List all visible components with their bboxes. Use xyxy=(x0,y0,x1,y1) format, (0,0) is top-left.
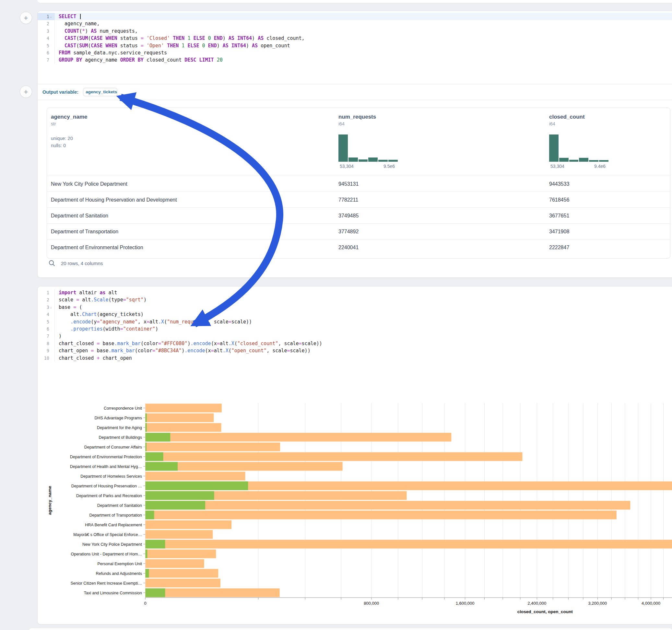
line-number: 6 xyxy=(47,325,49,333)
bar-closed_count xyxy=(146,588,280,597)
column-dtype: i64 xyxy=(338,121,533,126)
cell-closed-count: 2222847 xyxy=(549,240,569,256)
y-tick-label: Department of Parks and Recreation xyxy=(76,493,142,498)
y-tick-label: Department of Sanitation xyxy=(97,503,142,508)
bar-closed_count xyxy=(146,433,452,442)
table-row: New York City Police Department945313194… xyxy=(47,176,670,192)
histogram-bar xyxy=(378,160,388,162)
svg-text:0: 0 xyxy=(144,601,146,606)
code-line: 7) xyxy=(38,333,672,340)
bar-closed_count xyxy=(146,472,245,481)
hist-min-label: 53,304 xyxy=(340,164,354,169)
code-text: scale = alt.Scale(type="sqrt") xyxy=(55,296,146,303)
closed-count-histogram xyxy=(549,135,608,162)
code-text: ) xyxy=(55,333,62,340)
line-number: 6 xyxy=(47,49,49,56)
line-number: 5 xyxy=(47,318,49,325)
code-line: 9chart_open = base.mark_bar(color="#8BC3… xyxy=(38,347,672,354)
python-cell-panel: 1import altair as alt2scale = alt.Scale(… xyxy=(37,286,672,625)
line-number: 4 xyxy=(47,311,49,318)
altair-chart: 0800,0001,600,0002,400,0003,200,0004,000… xyxy=(38,397,672,624)
bar-open_count xyxy=(146,540,165,549)
code-text: chart_open = base.mark_bar(color="#8BC34… xyxy=(55,347,311,354)
code-text: .encode(y="agency_name", x=alt.X("num_re… xyxy=(55,318,252,325)
bar-open_count xyxy=(146,482,248,490)
code-text: COUNT(*) AS num_requests, xyxy=(55,28,138,35)
bars-closed_count xyxy=(146,404,672,597)
code-line: 2 agency_name, xyxy=(38,20,672,27)
bar-open_count xyxy=(146,501,206,510)
code-text: chart_closed + chart_open xyxy=(55,355,132,362)
table-row: Department of Environmental Protection22… xyxy=(47,239,670,256)
output-variable-chip[interactable]: agency_tickets xyxy=(83,88,117,96)
y-tick-label: Mayorâ€ s Office of Special Enforce… xyxy=(73,532,142,537)
y-axis-title: agency_name xyxy=(47,486,52,515)
num-requests-histogram xyxy=(338,135,398,162)
code-line: 3 COUNT(*) AS num_requests, xyxy=(38,28,672,35)
cell-closed-count: 3677651 xyxy=(549,208,569,224)
bar-closed_count xyxy=(146,569,218,578)
code-line: 1⌄SELECT xyxy=(38,13,672,20)
y-tick-label: Taxi and Limousine Commission xyxy=(84,591,142,595)
hist-min-label: 53,304 xyxy=(550,164,565,169)
histogram-bar xyxy=(569,160,579,162)
row-column-count: 20 rows, 4 columns xyxy=(61,261,103,266)
code-line: 7GROUP BY agency_name ORDER BY closed_co… xyxy=(38,56,672,64)
insert-cell-button-middle[interactable]: + xyxy=(20,86,32,98)
y-tick-label: DHS Advantage Programs xyxy=(94,416,142,420)
code-line: 6 .properties(width="container") xyxy=(38,325,672,333)
x-axis: 0800,0001,600,0002,400,0003,200,0004,000… xyxy=(144,598,672,614)
fold-chevron-icon[interactable]: ⌄ xyxy=(50,304,53,311)
python-code-editor[interactable]: 1import altair as alt2scale = alt.Scale(… xyxy=(38,287,672,364)
y-tick-label: Operations Unit - Department of Hom… xyxy=(71,552,142,556)
line-number: 2 xyxy=(47,20,49,27)
histogram-bar xyxy=(579,158,589,162)
code-line: 3⌄base = ( xyxy=(38,304,672,311)
y-axis: Correspondence UnitDHS Advantage Program… xyxy=(47,406,145,595)
bar-open_count xyxy=(146,453,163,461)
code-line: 4 alt.Chart(agency_tickets) xyxy=(38,311,672,318)
y-tick-label: Department of Health and Mental Hyg… xyxy=(70,464,142,469)
code-text: alt.Chart(agency_tickets) xyxy=(55,311,144,318)
cell-num-requests: 9453131 xyxy=(338,176,359,192)
y-tick-label: Department of Homeless Services xyxy=(80,474,142,479)
results-table-card: agency_name str unique: 20 nulls: 0 num_… xyxy=(47,107,670,259)
svg-text:4,000,000: 4,000,000 xyxy=(642,601,660,606)
sql-cell-panel: 1⌄SELECT 2 agency_name,3 COUNT(*) AS num… xyxy=(37,11,672,278)
column-name: closed_count xyxy=(549,108,670,120)
cell-closed-count: 7618456 xyxy=(549,192,569,208)
search-icon[interactable] xyxy=(48,260,55,267)
code-text: GROUP BY agency_name ORDER BY closed_cou… xyxy=(55,56,223,64)
fold-chevron-icon[interactable]: ⌄ xyxy=(50,13,53,20)
column-dtype: i64 xyxy=(549,121,670,126)
bar-open_count xyxy=(146,491,214,500)
y-tick-label: Department of Buildings xyxy=(99,435,142,440)
code-text: agency_name, xyxy=(55,20,99,27)
sql-code-editor[interactable]: 1⌄SELECT 2 agency_name,3 COUNT(*) AS num… xyxy=(38,11,672,86)
y-tick-label: Department for the Aging xyxy=(97,426,142,430)
column-header-agency-name: agency_name str unique: 20 nulls: 0 xyxy=(51,108,330,176)
histogram-bar xyxy=(559,158,569,162)
histogram-bar xyxy=(368,158,378,162)
insert-cell-button-top[interactable]: + xyxy=(20,12,32,24)
cell-agency-name: New York City Police Department xyxy=(51,176,127,192)
histogram-bar xyxy=(359,160,368,162)
bar-closed_count xyxy=(146,413,214,422)
output-variable-row: Output variable: agency_tickets xyxy=(38,84,672,100)
column-null-count: nulls: 0 xyxy=(51,142,330,149)
svg-text:3,200,000: 3,200,000 xyxy=(588,601,607,606)
code-line: 10chart_closed + chart_open xyxy=(38,355,672,362)
table-footer: 20 rows, 4 columns xyxy=(48,260,103,267)
bar-closed_count xyxy=(146,501,630,510)
line-number: 10 xyxy=(44,355,49,362)
y-tick-label: Senior Citizen Rent Increase Exempti… xyxy=(71,581,142,586)
bar-closed_count xyxy=(146,550,216,558)
code-line: 6FROM sample_data.nyc.service_requests xyxy=(38,49,672,56)
line-number: 7 xyxy=(47,333,49,340)
code-text: chart_closed = base.mark_bar(color="#FFC… xyxy=(55,340,322,347)
bar-closed_count xyxy=(146,404,222,413)
text-cursor xyxy=(80,14,81,19)
histogram-bar xyxy=(388,160,398,162)
svg-text:2,400,000: 2,400,000 xyxy=(527,601,546,606)
cell-agency-name: Department of Housing Preservation and D… xyxy=(51,192,177,208)
